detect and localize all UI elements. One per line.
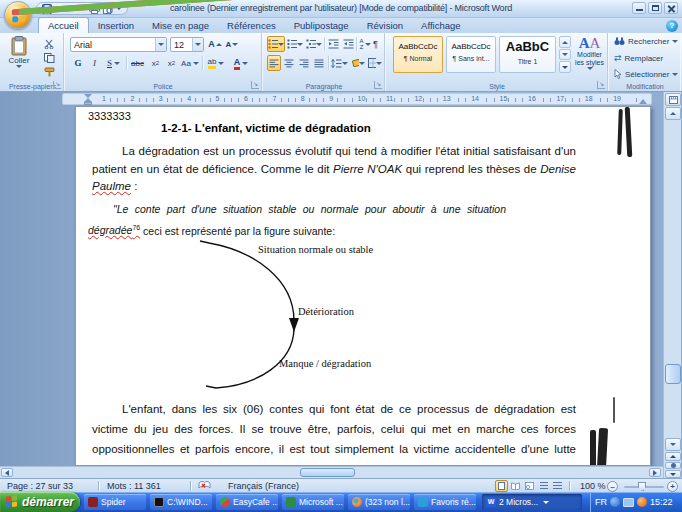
align-left-button[interactable] [267,55,281,71]
strikethrough-button[interactable]: abc [128,55,147,71]
tray-language-icon[interactable] [610,497,620,507]
increase-indent-button[interactable] [341,36,355,52]
taskbar-item-word-group[interactable]: W 2 Micros... [482,494,582,510]
show-marks-button[interactable]: ¶ [369,36,382,52]
clipboard-dialog-launcher[interactable]: ↘ [53,81,61,89]
select-browse-object-button[interactable] [665,462,681,469]
multilevel-list-button[interactable] [305,36,323,52]
tab-revision[interactable]: Révision [358,18,412,33]
zoom-out-button[interactable]: – [607,481,618,492]
minimize-button[interactable] [632,2,646,14]
subscript-button[interactable]: x2 [148,55,163,71]
zoom-level[interactable]: 100 % [580,481,606,491]
underline-dropdown-icon[interactable] [114,62,120,65]
taskbar-item-cmd[interactable]: C:\WIND... [150,494,212,510]
font-size-combo[interactable]: 12 [170,37,204,52]
change-styles-dropdown-icon[interactable] [587,67,593,70]
font-color-button[interactable]: A [229,55,253,71]
shading-dropdown-icon[interactable] [359,62,365,65]
start-button[interactable]: démarrer [0,492,80,512]
word-count[interactable]: Mots : 11 361 [107,481,161,491]
view-print-layout-button[interactable] [495,480,508,492]
bullets-dropdown-icon[interactable] [278,43,284,46]
document-page[interactable]: 3333333 1-2-1- L'enfant, victime de dégr… [75,106,651,466]
view-web-layout-button[interactable] [523,480,536,492]
tab-insertion[interactable]: Insertion [89,18,143,33]
next-page-button[interactable] [665,470,681,478]
tab-publipostage[interactable]: Publipostage [285,18,358,33]
bullets-button[interactable] [267,36,285,52]
borders-button[interactable] [367,55,383,71]
grow-font-button[interactable]: A [207,36,223,52]
align-right-button[interactable] [297,55,311,71]
find-button[interactable]: Rechercher [614,37,678,46]
superscript-button[interactable]: x2 [164,55,179,71]
paste-dropdown-icon[interactable] [16,65,22,68]
shrink-font-button[interactable]: A [224,36,240,52]
ruler-toggle-button[interactable] [665,93,681,106]
change-case-button[interactable]: Aa [180,55,200,71]
view-fullscreen-reading-button[interactable] [509,480,522,492]
paragraph-dialog-launcher[interactable]: ↘ [374,81,382,89]
font-color-dropdown-icon[interactable] [242,62,248,65]
numbering-button[interactable] [286,36,304,52]
office-button[interactable] [4,1,32,29]
tab-accueil[interactable]: Accueil [38,17,89,33]
style-titre1[interactable]: AaBbC Titre 1 [499,36,556,73]
cut-button[interactable] [38,37,60,50]
tab-references[interactable]: Références [218,18,285,33]
proofing-status-icon[interactable] [198,480,211,491]
view-draft-button[interactable] [551,480,564,492]
vertical-scrollbar[interactable] [663,92,681,478]
taskbar-item-favoris[interactable]: Favoris ré... [414,494,476,510]
scroll-right-button[interactable] [649,468,661,477]
scroll-down-button[interactable] [665,438,681,451]
tab-mise-en-page[interactable]: Mise en page [143,18,218,33]
find-dropdown-icon[interactable] [672,40,678,43]
view-outline-button[interactable] [537,480,550,492]
vertical-scroll-thumb[interactable] [665,364,681,384]
style-normal[interactable]: AaBbCcDc ¶ Normal [393,36,443,73]
change-case-dropdown-icon[interactable] [193,62,199,65]
page-indicator[interactable]: Page : 27 sur 33 [7,481,73,491]
shading-button[interactable] [351,55,366,71]
underline-button[interactable]: S [103,55,124,71]
align-center-button[interactable] [282,55,296,71]
scroll-up-button[interactable] [665,107,681,120]
font-dialog-launcher[interactable]: ↘ [251,81,259,89]
language-bar[interactable]: FR [595,497,607,507]
style-sans-interligne[interactable]: AaBbCcDc ¶ Sans int... [446,36,496,73]
font-family-dropdown-icon[interactable] [155,38,166,51]
style-scroll-down[interactable] [559,49,571,60]
zoom-in-button[interactable]: + [667,481,678,492]
line-spacing-dropdown-icon[interactable] [342,62,348,65]
copy-button[interactable] [38,51,60,64]
tray-alert-icon[interactable] [637,497,647,507]
font-family-combo[interactable]: Arial [70,37,167,52]
select-button[interactable]: Sélectionner [614,69,678,79]
format-painter-button[interactable] [38,65,60,78]
paste-button[interactable]: Coller [4,35,34,79]
horizontal-scroll-thumb[interactable] [300,468,355,477]
borders-dropdown-icon[interactable] [376,62,382,65]
zoom-slider-thumb[interactable] [638,482,646,491]
decrease-indent-button[interactable] [326,36,340,52]
restore-button[interactable] [648,2,662,14]
font-size-dropdown-icon[interactable] [192,38,203,51]
numbering-dropdown-icon[interactable] [297,43,303,46]
line-spacing-button[interactable] [330,55,349,71]
right-indent-marker[interactable] [639,99,647,104]
help-icon[interactable]: ? [666,20,678,32]
taskbar-item-easycafe[interactable]: EasyCafe ... [216,494,278,510]
scroll-left-button[interactable] [1,468,13,477]
justify-button[interactable] [312,55,326,71]
styles-dialog-launcher[interactable]: ↘ [597,81,605,89]
change-styles-button[interactable]: AA Modifier les styles [573,35,606,83]
style-scroll-up[interactable] [559,36,571,48]
italic-button[interactable]: I [87,55,102,71]
horizontal-ruler[interactable]: 12345678910111213141516171819 [62,93,652,105]
close-button[interactable] [664,2,678,14]
style-gallery-more[interactable] [559,61,571,73]
previous-page-button[interactable] [665,452,681,461]
tab-affichage[interactable]: Affichage [412,18,469,33]
